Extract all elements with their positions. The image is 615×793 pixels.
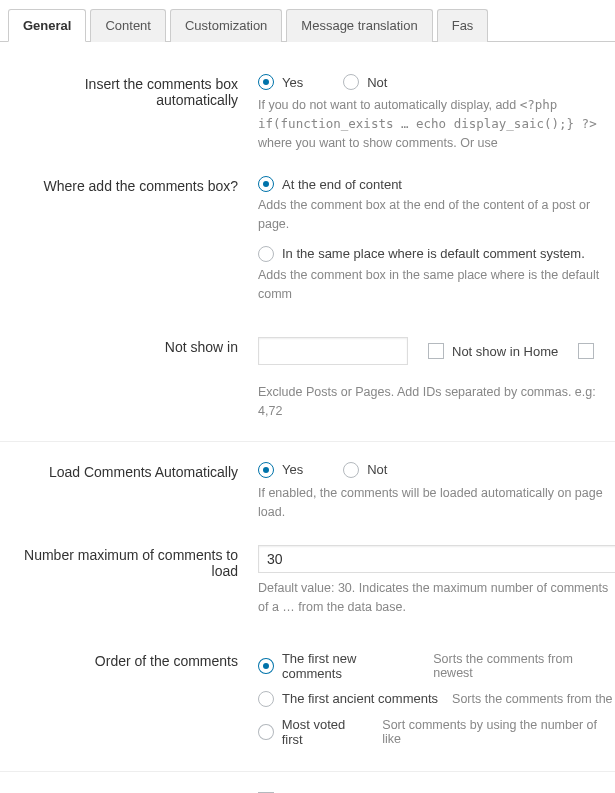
- settings-form: Insert the comments box automatically Ye…: [0, 42, 615, 793]
- order-new-radio[interactable]: [258, 658, 274, 674]
- where-add-same-text: In the same place where is default comme…: [282, 246, 585, 261]
- insert-box-yes-text: Yes: [282, 75, 303, 90]
- where-add-same-desc: Adds the comment box in the same place w…: [258, 266, 615, 304]
- insert-box-no-radio[interactable]: [343, 74, 359, 90]
- tab-fas[interactable]: Fas: [437, 9, 489, 42]
- max-comments-desc: Default value: 30. Indicates the maximum…: [258, 579, 615, 617]
- where-add-end-radio[interactable]: [258, 176, 274, 192]
- insert-box-no-text: Not: [367, 75, 387, 90]
- load-auto-no-text: Not: [367, 462, 387, 477]
- order-ancient-text: The first ancient comments: [282, 691, 438, 706]
- order-ancient-radio[interactable]: [258, 691, 274, 707]
- order-voted-text: Most voted first: [282, 717, 369, 747]
- not-show-label: Not show in: [0, 337, 258, 355]
- order-label: Order of the comments: [0, 651, 258, 669]
- where-add-end-desc: Adds the comment box at the end of the c…: [258, 196, 615, 234]
- order-voted-desc: Sort comments by using the number of lik…: [382, 718, 615, 746]
- not-show-input[interactable]: [258, 337, 408, 365]
- separator: [0, 441, 615, 442]
- order-voted-radio[interactable]: [258, 724, 274, 740]
- insert-box-yes-radio[interactable]: [258, 74, 274, 90]
- load-auto-yes-radio[interactable]: [258, 462, 274, 478]
- order-new-text: The first new comments: [282, 651, 419, 681]
- order-new-desc: Sorts the comments from newest: [433, 652, 615, 680]
- load-auto-label: Load Comments Automatically: [0, 462, 258, 480]
- tab-customization[interactable]: Customization: [170, 9, 282, 42]
- load-auto-desc: If enabled, the comments will be loaded …: [258, 484, 615, 522]
- where-add-same-radio[interactable]: [258, 246, 274, 262]
- tab-message-translation[interactable]: Message translation: [286, 9, 432, 42]
- separator: [0, 771, 615, 772]
- not-show-extra-checkbox[interactable]: [578, 343, 594, 359]
- not-show-home-text: Not show in Home: [452, 344, 558, 359]
- not-show-desc: Exclude Posts or Pages. Add IDs separate…: [258, 383, 615, 421]
- load-auto-no-radio[interactable]: [343, 462, 359, 478]
- not-show-home-checkbox[interactable]: [428, 343, 444, 359]
- where-add-end-text: At the end of content: [282, 177, 402, 192]
- insert-box-label: Insert the comments box automatically: [0, 74, 258, 108]
- order-ancient-desc: Sorts the comments from the: [452, 692, 612, 706]
- load-auto-yes-text: Yes: [282, 462, 303, 477]
- max-comments-label: Number maximum of comments to load: [0, 545, 258, 579]
- where-add-label: Where add the comments box?: [0, 176, 258, 194]
- tab-general[interactable]: General: [8, 9, 86, 42]
- tabs: General Content Customization Message tr…: [0, 0, 615, 42]
- insert-box-desc: If you do not want to automatically disp…: [258, 96, 615, 152]
- max-comments-input[interactable]: [258, 545, 615, 573]
- tab-content[interactable]: Content: [90, 9, 166, 42]
